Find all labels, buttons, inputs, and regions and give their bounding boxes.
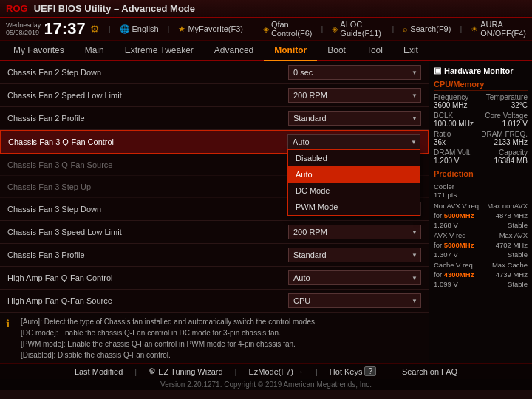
select-input-chassis-fan3-speed-low[interactable]: 200 RPM (288, 225, 421, 239)
language-button[interactable]: 🌐 English (120, 24, 159, 34)
desc-line1: [Auto]: Detect the type of Chassis fan i… (21, 318, 317, 326)
pred-rows: NonAVX V req for 5000MHz 1.268 V Max non… (434, 202, 528, 290)
select-chassis-fan2-profile[interactable]: Standard (288, 111, 421, 126)
setting-chassis-fan3-qfan[interactable]: Chassis Fan 3 Q-Fan Control Auto Disable… (0, 130, 429, 154)
tab-exit[interactable]: Exit (393, 41, 429, 61)
footer-sep2: | (235, 367, 237, 376)
select-input-chassis-fan2-profile[interactable]: Standard (288, 111, 421, 126)
select-input-high-amp-fan-source[interactable]: CPU (288, 293, 421, 308)
date-value: 05/08/2019 (6, 29, 41, 36)
label-chassis-fan3-qfan: Chassis Fan 3 Q-Fan Control (8, 137, 287, 146)
ezmode-button[interactable]: EzMode(F7) → (248, 367, 304, 376)
select-input-chassis-fan3-profile[interactable]: Standard (288, 248, 421, 262)
tab-extreme[interactable]: Extreme Tweaker (115, 41, 204, 61)
ezmode-icon: → (296, 367, 304, 376)
info-bar: Wednesday 05/08/2019 17:37 ⚙ | 🌐 English… (0, 18, 532, 41)
setting-chassis-fan3-profile[interactable]: Chassis Fan 3 Profile Standard (0, 244, 429, 267)
sep1: | (109, 24, 111, 33)
search-icon: ⌕ (403, 24, 408, 33)
hw-label-dramvolt: DRAM Volt. (434, 149, 472, 157)
label-high-amp-fan-qfan: High Amp Fan Q-Fan Control (7, 273, 288, 282)
pred-value-avx: 1.307 V (434, 250, 474, 259)
tab-favorites[interactable]: My Favorites (3, 41, 75, 61)
setting-chassis-fan2-speed-low[interactable]: Chassis Fan 2 Speed Low Limit 200 RPM (0, 84, 429, 107)
aioc-button[interactable]: ◈ AI OC Guide(F11) (332, 20, 383, 38)
pred-label-cache: Cache V req (434, 261, 474, 269)
hw-value-freq: 3600 MHz (434, 101, 468, 109)
select-high-amp-fan-qfan[interactable]: Auto (288, 270, 421, 285)
select-chassis-fan2-step-down[interactable]: 0 sec (288, 65, 421, 80)
hotkeys-button[interactable]: Hot Keys ? (330, 366, 376, 376)
tab-tool[interactable]: Tool (356, 41, 393, 61)
myfavorite-button[interactable]: ★ MyFavorite(F3) (178, 24, 243, 34)
hw-label-dramfreq: DRAM FREQ. (481, 130, 528, 138)
hw-value-bclk: 100.00 MHz (434, 120, 474, 128)
setting-high-amp-fan-source[interactable]: High Amp Fan Q-Fan Source CPU (0, 290, 429, 313)
select-chassis-fan2-speed-low[interactable]: 200 RPM (288, 88, 421, 103)
ez-tuning-button[interactable]: ⚙ EZ Tuning Wizard (149, 366, 222, 376)
tuning-icon: ⚙ (149, 366, 156, 376)
select-chassis-fan3-speed-low[interactable]: 200 RPM (288, 225, 421, 239)
myfavorite-label: MyFavorite(F3) (188, 24, 243, 33)
hw-value-temp: 32°C (486, 101, 528, 109)
sep3: | (252, 24, 254, 33)
search-faq-button[interactable]: Search on FAQ (402, 367, 457, 376)
right-sidebar: ▣ Hardware Monitor CPU/Memory Frequency … (429, 61, 532, 363)
tab-boot[interactable]: Boot (317, 41, 356, 61)
dropdown-item-dc[interactable]: DC Mode (288, 183, 420, 199)
gear-icon[interactable]: ⚙ (90, 23, 100, 35)
setting-chassis-fan2-profile[interactable]: Chassis Fan 2 Profile Standard (0, 107, 429, 130)
description-bar: ℹ [Auto]: Detect the type of Chassis fan… (0, 313, 429, 363)
select-input-chassis-fan3-qfan[interactable]: Auto (287, 134, 420, 149)
cooler-value: 171 pts (434, 191, 457, 199)
hw-value-corevolt: 1.012 V (485, 120, 528, 128)
pred-label-maxavx: Max AVX (496, 231, 528, 239)
select-input-chassis-fan2-step-down[interactable]: 0 sec (288, 65, 421, 80)
language-label: English (132, 24, 159, 33)
dropdown-item-pwm[interactable]: PWM Mode (288, 199, 420, 215)
hw-label-bclk: BCLK (434, 112, 474, 120)
search-button[interactable]: ⌕ Search(F9) (403, 24, 451, 33)
pred-label-maxcache: Max Cache (492, 261, 528, 269)
aura-button[interactable]: ☀ AURA ON/OFF(F4) (471, 20, 526, 38)
qfan-button[interactable]: ◈ Qfan Control(F6) (263, 20, 313, 38)
select-chassis-fan3-qfan[interactable]: Auto Disabled Auto DC Mode PWM Mode (287, 134, 420, 149)
select-input-high-amp-fan-qfan[interactable]: Auto (288, 270, 421, 285)
settings-list: Chassis Fan 2 Step Down 0 sec Chassis Fa… (0, 61, 429, 363)
ai-icon: ◈ (332, 24, 338, 34)
footer-sep4: | (388, 367, 390, 376)
hardware-monitor-title: ▣ Hardware Monitor (434, 66, 528, 75)
select-high-amp-fan-source[interactable]: CPU (288, 293, 421, 308)
pred-value-maxavx: 4702 MHz (496, 241, 528, 249)
dropdown-item-auto[interactable]: Auto (288, 166, 420, 183)
dropdown-item-disabled[interactable]: Disabled (288, 150, 420, 166)
pred-highlight-nonavx: for 5000MHz (434, 211, 479, 219)
setting-high-amp-fan-qfan[interactable]: High Amp Fan Q-Fan Control Auto (0, 267, 429, 290)
ez-tuning-label: EZ Tuning Wizard (158, 367, 222, 376)
qfan-label: Qfan Control(F6) (271, 20, 313, 38)
tab-main[interactable]: Main (75, 41, 115, 61)
desc-line3: [PWM mode]: Enable the chassis Q-Fan con… (21, 340, 296, 348)
hw-value-dramfreq: 2133 MHz (481, 138, 528, 146)
pred-stable-avx: Stable (496, 250, 528, 259)
desc-line4: [Disabled]: Disable the chassis Q-Fan co… (21, 351, 171, 359)
pred-row-cache: Cache V req for 4300MHz 1.099 V Max Cach… (434, 261, 528, 290)
hw-value-dramvolt: 1.200 V (434, 157, 472, 165)
time-display: 17:37 (44, 19, 85, 38)
sep4: | (321, 24, 324, 33)
setting-chassis-fan2-step-down[interactable]: Chassis Fan 2 Step Down 0 sec (0, 61, 429, 84)
pred-value-nonavx: 1.268 V (434, 221, 479, 229)
tab-advanced[interactable]: Advanced (204, 41, 264, 61)
hotkeys-key: ? (364, 366, 376, 376)
pred-label-nonavx: NonAVX V req (434, 202, 479, 210)
select-input-chassis-fan2-speed-low[interactable]: 200 RPM (288, 88, 421, 103)
pred-stable-cache: Stable (492, 280, 528, 288)
tab-monitor[interactable]: Monitor (264, 41, 317, 61)
pred-value-maxnonavx: 4878 MHz (487, 211, 528, 219)
select-chassis-fan3-profile[interactable]: Standard (288, 248, 421, 262)
qfan-dropdown-menu[interactable]: Disabled Auto DC Mode PWM Mode (287, 149, 420, 216)
rog-logo: ROG (6, 3, 28, 14)
setting-chassis-fan3-speed-low[interactable]: Chassis Fan 3 Speed Low Limit 200 RPM (0, 221, 429, 244)
date-label: Wednesday (6, 21, 41, 29)
last-modified-button[interactable]: Last Modified (75, 367, 123, 376)
